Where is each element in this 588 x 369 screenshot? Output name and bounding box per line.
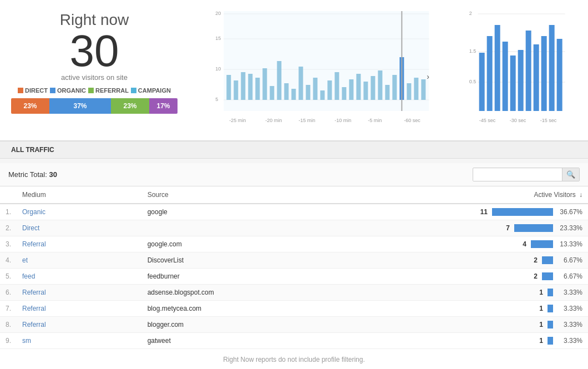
visitor-bar xyxy=(514,224,553,232)
bar-wrapper: 13.33% xyxy=(427,305,582,312)
row-number: 9. xyxy=(0,333,17,349)
row-number: 3. xyxy=(0,236,17,252)
campaign-label: CAMPAIGN xyxy=(138,87,171,94)
visitor-pct: 6.67% xyxy=(557,256,582,264)
search-box[interactable]: 🔍 xyxy=(473,168,580,181)
visitor-count-cell: 4 xyxy=(515,240,526,248)
row-number: 6. xyxy=(0,285,17,301)
svg-rect-54 xyxy=(502,42,508,111)
svg-rect-32 xyxy=(392,75,397,100)
direct-label: DIRECT xyxy=(25,87,48,94)
row-medium[interactable]: feed xyxy=(17,269,142,285)
col-active-visitors: Active Visitors ↓ xyxy=(422,186,588,204)
svg-rect-26 xyxy=(349,79,353,100)
col-medium: Medium xyxy=(17,186,142,204)
legend-direct: DIRECT xyxy=(18,87,48,94)
row-source: blogger.com xyxy=(142,317,422,333)
svg-rect-28 xyxy=(363,82,368,100)
svg-rect-57 xyxy=(525,31,531,111)
svg-rect-60 xyxy=(549,25,554,111)
svg-rect-56 xyxy=(518,50,523,111)
svg-rect-27 xyxy=(356,74,361,100)
row-medium[interactable]: Direct xyxy=(17,220,142,236)
svg-rect-29 xyxy=(371,76,375,100)
bar-wrapper: 26.67% xyxy=(427,256,582,264)
metric-value: 30 xyxy=(49,170,57,179)
svg-text:-20 min: -20 min xyxy=(265,118,282,123)
visitor-pct: 3.33% xyxy=(557,321,582,328)
svg-text:15: 15 xyxy=(215,36,221,41)
svg-text:10: 10 xyxy=(215,66,221,72)
referral-bar: 23% xyxy=(111,98,149,114)
bar-wrapper: 723.33% xyxy=(427,224,582,232)
search-input[interactable] xyxy=(473,169,562,181)
row-number: 4. xyxy=(0,252,17,269)
svg-rect-18 xyxy=(291,89,296,100)
row-number: 8. xyxy=(0,317,17,333)
search-button[interactable]: 🔍 xyxy=(562,168,579,181)
minutes-chart: 20 15 10 5 xyxy=(194,8,453,132)
row-active-visitors: 26.67% xyxy=(422,252,588,269)
svg-rect-51 xyxy=(479,53,484,111)
svg-text:1.5: 1.5 xyxy=(469,48,476,54)
visitor-bar xyxy=(548,337,553,345)
svg-rect-23 xyxy=(327,80,332,100)
visitor-count-cell: 2 xyxy=(526,272,538,280)
all-traffic-banner: ALL TRAFFIC xyxy=(0,141,588,159)
campaign-dot xyxy=(131,88,136,93)
minutes-chart-svg: 20 15 10 5 xyxy=(194,8,453,130)
main-section: Metric Total: 30 🔍 Medium Source Active … xyxy=(0,163,588,349)
visitor-bar xyxy=(542,256,553,264)
row-source xyxy=(142,220,422,236)
row-active-visitors: 13.33% xyxy=(422,317,588,333)
bar-wrapper: 13.33% xyxy=(427,321,582,328)
svg-rect-9 xyxy=(226,75,231,100)
row-source: feedburner xyxy=(142,269,422,285)
svg-rect-17 xyxy=(284,83,288,100)
table-row: 9.smgatweet13.33% xyxy=(0,333,588,349)
row-medium[interactable]: et xyxy=(17,252,142,269)
traffic-bars: 23% 37% 23% 17% xyxy=(11,98,178,114)
row-medium[interactable]: Organic xyxy=(17,204,142,220)
metric-label: Metric Total: xyxy=(8,170,47,179)
bar-wrapper: 13.33% xyxy=(427,289,582,296)
svg-rect-8 xyxy=(224,11,429,111)
legend: DIRECT ORGANIC REFERRAL CAMPAIGN xyxy=(18,87,171,94)
svg-rect-22 xyxy=(320,90,325,100)
metric-total: Metric Total: 30 xyxy=(8,170,57,179)
svg-rect-52 xyxy=(486,36,492,111)
svg-rect-14 xyxy=(262,68,267,100)
visitor-bar xyxy=(548,305,553,312)
svg-text:5: 5 xyxy=(215,97,218,102)
table-row: 1.Organicgoogle1136.67% xyxy=(0,204,588,220)
row-active-visitors: 13.33% xyxy=(422,285,588,301)
legend-campaign: CAMPAIGN xyxy=(131,87,171,94)
svg-text:-30 sec: -30 sec xyxy=(509,118,526,123)
row-medium[interactable]: Referral xyxy=(17,236,142,252)
organic-bar: 37% xyxy=(49,98,111,114)
visitor-pct: 36.67% xyxy=(557,208,582,216)
direct-dot xyxy=(18,88,23,93)
svg-rect-35 xyxy=(414,78,418,100)
row-medium[interactable]: Referral xyxy=(17,317,142,333)
row-medium[interactable]: Referral xyxy=(17,301,142,317)
table-row: 2.Direct723.33% xyxy=(0,220,588,236)
row-medium[interactable]: Referral xyxy=(17,285,142,301)
row-source: adsense.blogspot.com xyxy=(142,285,422,301)
row-number: 1. xyxy=(0,204,17,220)
svg-rect-16 xyxy=(277,61,281,100)
svg-rect-55 xyxy=(510,55,515,111)
row-active-visitors: 413.33% xyxy=(422,236,588,252)
direct-bar: 23% xyxy=(11,98,49,114)
table-row: 6.Referraladsense.blogspot.com13.33% xyxy=(0,285,588,301)
row-medium[interactable]: sm xyxy=(17,333,142,349)
visitor-count-cell: 7 xyxy=(499,224,510,232)
row-source: google.com xyxy=(142,236,422,252)
footer-text: Right Now reports do not include profile… xyxy=(223,356,364,363)
visitor-count-cell: 1 xyxy=(532,337,543,345)
bar-wrapper: 13.33% xyxy=(427,337,582,345)
table-row: 7.Referralblog.metycea.com13.33% xyxy=(0,301,588,317)
svg-text:-10 min: -10 min xyxy=(334,118,351,123)
col-num xyxy=(0,186,17,204)
table-row: 8.Referralblogger.com13.33% xyxy=(0,317,588,333)
